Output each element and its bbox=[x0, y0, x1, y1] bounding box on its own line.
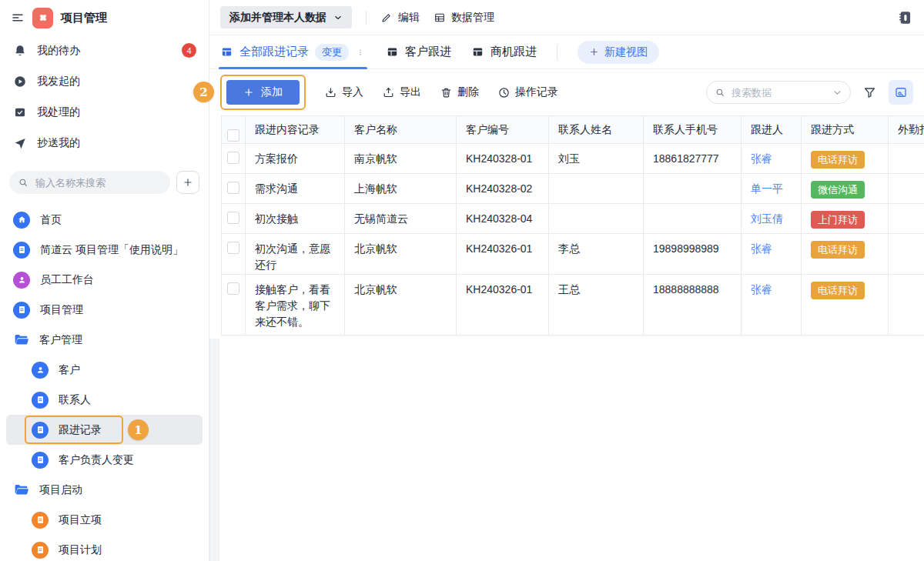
sidebar-item-label: 联系人 bbox=[59, 393, 91, 407]
cell-phone bbox=[644, 204, 742, 233]
new-view-button[interactable]: 新建视图 bbox=[578, 41, 659, 64]
tab-customer-follow-up[interactable]: 客户跟进 bbox=[386, 35, 451, 68]
add-record-button[interactable]: 添加 bbox=[226, 80, 300, 105]
cell-contact bbox=[549, 204, 644, 233]
app-title: 项目管理 bbox=[61, 11, 107, 25]
chevron-down-icon[interactable] bbox=[832, 88, 842, 98]
chevron-down-icon bbox=[333, 13, 343, 22]
field-display-settings-button[interactable] bbox=[889, 80, 913, 105]
row-checkbox[interactable] bbox=[227, 242, 239, 254]
sidebar-item-label: 我处理的 bbox=[37, 105, 80, 119]
sidebar-item-usage-guide[interactable]: 简道云 项目管理「使用说明」 bbox=[0, 235, 209, 265]
row-checkbox[interactable] bbox=[227, 152, 239, 164]
sidebar-item-contacts[interactable]: 联系人 bbox=[0, 385, 209, 415]
sidebar-group-project-kickoff[interactable]: 项目启动 bbox=[0, 475, 209, 505]
table-view-icon bbox=[220, 45, 233, 58]
cell-follower-link[interactable]: 张睿 bbox=[742, 144, 802, 173]
cell-follower-link[interactable]: 刘玉倩 bbox=[742, 204, 802, 233]
sidebar-item-label: 跟进记录 bbox=[59, 423, 102, 437]
doc-icon bbox=[32, 392, 49, 409]
bell-icon bbox=[13, 44, 27, 58]
delete-button[interactable]: 删除 bbox=[440, 85, 479, 99]
cell-follower-link[interactable]: 单一平 bbox=[742, 174, 802, 203]
sidebar-scrollbar[interactable] bbox=[209, 339, 219, 561]
data-scope-dropdown[interactable]: 添加并管理本人数据 bbox=[220, 6, 352, 28]
method-badge: 上门拜访 bbox=[811, 211, 865, 229]
column-header[interactable]: 跟进内容记录 bbox=[246, 116, 345, 143]
select-all-checkbox[interactable] bbox=[227, 129, 239, 142]
tab-all-follow-up-records[interactable]: 全部跟进记录 变更 bbox=[220, 35, 366, 68]
row-checkbox[interactable] bbox=[227, 182, 239, 194]
sidebar-item-project-initiation[interactable]: 项目立项 bbox=[0, 505, 209, 535]
cell-follower-link[interactable]: 张睿 bbox=[742, 275, 802, 335]
sidebar-item-home[interactable]: 首页 bbox=[0, 205, 209, 235]
table-row[interactable]: 方案报价 南京帆软 KH240328-01 刘玉 18861827777 张睿 … bbox=[222, 144, 924, 174]
sidebar: 项目管理 我的待办 4 我发起的 我处理的 抄送我的 首页 简道云 项目管理「 bbox=[0, 0, 209, 561]
table-row[interactable]: 需求沟通 上海帆软 KH240328-02 单一平 微信沟通 bbox=[222, 174, 924, 204]
tab-opportunity-follow-up[interactable]: 商机跟进 bbox=[471, 35, 537, 68]
column-header[interactable]: 联系人手机号 bbox=[644, 116, 742, 143]
add-app-button[interactable] bbox=[176, 171, 199, 194]
sidebar-item-customers[interactable]: 客户 bbox=[0, 355, 209, 385]
row-checkbox[interactable] bbox=[227, 282, 239, 295]
column-header[interactable]: 跟进方式 bbox=[802, 116, 889, 143]
sidebar-item-label: 我发起的 bbox=[37, 75, 80, 88]
cell-field-checkin bbox=[889, 174, 924, 203]
filter-icon[interactable] bbox=[862, 85, 877, 100]
divider bbox=[366, 11, 367, 25]
data-manage-button[interactable]: 数据管理 bbox=[434, 11, 494, 25]
cell-code: KH240326-01 bbox=[457, 275, 549, 335]
cell-content: 方案报价 bbox=[246, 144, 345, 173]
tab-more-icon[interactable] bbox=[355, 46, 366, 58]
sidebar-item-staff-workbench[interactable]: 员工工作台 bbox=[0, 265, 209, 295]
sidebar-item-started-by-me[interactable]: 我发起的 bbox=[0, 66, 209, 97]
table-row[interactable]: 初次沟通，意愿还行 北京帆软 KH240326-01 李总 1989899898… bbox=[222, 234, 924, 275]
table-header-row: 跟进内容记录 客户名称 客户编号 联系人姓名 联系人手机号 跟进人 跟进方式 外… bbox=[222, 116, 924, 144]
edit-button[interactable]: 编辑 bbox=[380, 11, 420, 25]
method-badge: 微信沟通 bbox=[811, 181, 865, 199]
sidebar-item-follow-up-records[interactable]: 跟进记录 1 bbox=[6, 415, 203, 445]
sidebar-search-input[interactable] bbox=[9, 171, 170, 194]
search-icon bbox=[18, 177, 28, 188]
cell-phone bbox=[644, 174, 742, 203]
guide-panel-button[interactable] bbox=[896, 9, 913, 26]
sidebar-item-label: 抄送我的 bbox=[37, 136, 80, 150]
sidebar-group-customer-management[interactable]: 客户管理 bbox=[0, 325, 209, 355]
send-icon bbox=[13, 136, 27, 150]
sidebar-item-my-todo[interactable]: 我的待办 4 bbox=[0, 35, 209, 66]
table-row[interactable]: 接触客户，看看客户需求，聊下来还不错。 北京帆软 KH240326-01 王总 … bbox=[222, 275, 924, 336]
operation-log-button[interactable]: 操作记录 bbox=[497, 85, 558, 99]
records-table: 跟进内容记录 客户名称 客户编号 联系人姓名 联系人手机号 跟进人 跟进方式 外… bbox=[221, 115, 924, 336]
sidebar-item-handled-by-me[interactable]: 我处理的 bbox=[0, 97, 209, 128]
cell-content: 需求沟通 bbox=[246, 174, 345, 203]
cell-customer: 南京帆软 bbox=[345, 144, 457, 173]
method-badge: 电话拜访 bbox=[811, 282, 865, 299]
home-icon bbox=[13, 212, 30, 229]
column-header[interactable]: 外勤打卡 bbox=[889, 116, 924, 143]
column-header[interactable]: 跟进人 bbox=[742, 116, 802, 143]
app-logo-icon[interactable] bbox=[32, 8, 53, 28]
doc-icon bbox=[32, 422, 49, 439]
cell-content: 初次接触 bbox=[246, 204, 345, 233]
row-checkbox[interactable] bbox=[227, 212, 239, 224]
column-header[interactable]: 联系人姓名 bbox=[549, 116, 644, 143]
cell-field-checkin bbox=[889, 204, 924, 233]
column-header[interactable]: 客户名称 bbox=[345, 116, 457, 143]
export-button[interactable]: 导出 bbox=[382, 85, 421, 99]
task-check-icon bbox=[13, 105, 27, 119]
import-button[interactable]: 导入 bbox=[324, 85, 363, 99]
doc-icon bbox=[32, 452, 49, 469]
collapse-menu-icon[interactable] bbox=[11, 11, 25, 25]
table-row[interactable]: 初次接触 无锡简道云 KH240328-04 刘玉倩 上门拜访 bbox=[222, 204, 924, 234]
sidebar-item-cc-to-me[interactable]: 抄送我的 bbox=[0, 128, 209, 159]
sidebar-item-label: 首页 bbox=[40, 213, 62, 227]
table-search-input[interactable] bbox=[706, 81, 851, 104]
column-header[interactable]: 客户编号 bbox=[457, 116, 549, 143]
cell-follower-link[interactable]: 张睿 bbox=[742, 234, 802, 274]
sidebar-item-project-plan[interactable]: 项目计划 bbox=[0, 535, 209, 561]
notebook-icon bbox=[896, 9, 913, 26]
pencil-icon bbox=[380, 12, 393, 24]
sidebar-item-customer-owner-change[interactable]: 客户负责人变更 bbox=[0, 445, 209, 475]
data-scope-label: 添加并管理本人数据 bbox=[229, 11, 326, 25]
sidebar-item-project-management[interactable]: 项目管理 bbox=[0, 295, 209, 325]
